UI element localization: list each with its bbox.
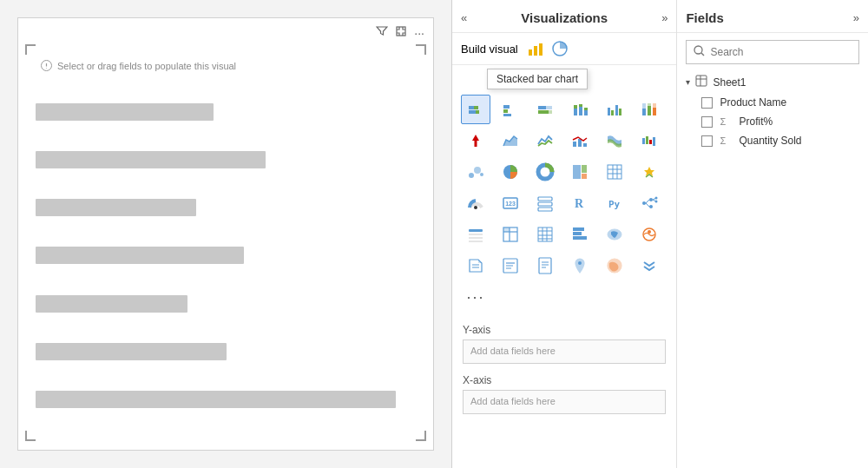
scatter-chart-icon[interactable] <box>461 157 490 187</box>
svg-rect-62 <box>538 208 552 211</box>
svg-point-69 <box>649 205 653 208</box>
sigma-icon-quantity: Σ <box>720 135 732 146</box>
svg-rect-39 <box>646 136 648 144</box>
svg-point-108 <box>694 46 702 54</box>
corner-handle-br <box>416 431 426 441</box>
fields-panel-header: Fields » <box>677 0 868 33</box>
ribbon-chart-icon[interactable] <box>600 126 629 155</box>
search-input[interactable] <box>710 46 852 58</box>
table-row <box>36 387 416 412</box>
svg-rect-49 <box>582 165 587 173</box>
gauge-chart-icon[interactable] <box>461 188 490 218</box>
more-options-icon[interactable]: ··· <box>414 26 424 40</box>
multi-row-card-icon[interactable] <box>530 188 560 218</box>
decomposition-tree-icon[interactable] <box>635 188 664 218</box>
field-item-product-name[interactable]: Product Name <box>677 93 868 112</box>
shape-map-icon[interactable] <box>600 251 629 280</box>
y-axis-section: Y-axis Add data fields here <box>452 317 676 367</box>
y-axis-drop-zone[interactable]: Add data fields here <box>463 339 666 364</box>
svg-line-109 <box>701 53 704 56</box>
svg-rect-38 <box>642 138 645 144</box>
collapse-panel-button[interactable]: « <box>461 11 467 24</box>
python-visual-icon[interactable]: Py <box>600 188 629 218</box>
svg-rect-30 <box>648 106 651 115</box>
build-visual-label: Build visual <box>461 43 518 56</box>
svg-rect-25 <box>615 105 618 115</box>
red-arrow-icon[interactable] <box>461 126 490 155</box>
field-label-product-name: Product Name <box>720 96 786 109</box>
matrix-icon[interactable] <box>600 157 629 187</box>
svg-rect-90 <box>573 227 584 231</box>
line-chart-icon[interactable] <box>530 126 560 155</box>
clustered-column-chart-icon[interactable] <box>600 95 629 124</box>
sigma-icon-profit: Σ <box>720 116 732 127</box>
svg-rect-36 <box>578 139 582 147</box>
clustered-bar-chart-icon[interactable] <box>496 95 525 124</box>
filter-icon[interactable] <box>376 25 388 40</box>
bar-chart-simple-icon[interactable] <box>565 220 595 249</box>
svg-rect-2 <box>529 49 532 56</box>
svg-rect-50 <box>582 174 587 179</box>
area-chart-icon[interactable] <box>496 126 525 155</box>
svg-point-42 <box>469 173 474 178</box>
field-item-profit[interactable]: Σ Profit% <box>677 112 868 131</box>
format-icon[interactable] <box>525 38 546 59</box>
field-checkbox-profit[interactable] <box>701 116 713 128</box>
azure-map-icon[interactable] <box>635 220 664 249</box>
smart-narrative-icon[interactable] <box>461 251 490 280</box>
expand-icon[interactable] <box>395 25 407 40</box>
matrix-viz-icon[interactable] <box>530 220 560 249</box>
viz-panel-header: « Visualizations » <box>452 0 676 33</box>
svg-rect-11 <box>503 109 508 113</box>
chart-toolbar: ··· <box>376 25 424 40</box>
100pct-bar-chart-icon[interactable] <box>530 95 560 124</box>
slicer-icon[interactable] <box>461 220 490 249</box>
svg-rect-82 <box>538 227 552 241</box>
combo-chart-icon[interactable] <box>565 126 595 155</box>
card-icon[interactable]: 123 <box>496 188 525 218</box>
table-node-sheet1[interactable]: ▾ Sheet1 <box>677 71 868 93</box>
expand-panel-button[interactable]: » <box>661 11 667 24</box>
svg-rect-61 <box>538 202 552 206</box>
visualizations-panel: « Visualizations » Build visual S <box>452 0 677 468</box>
r-visual-icon[interactable]: R <box>565 188 595 218</box>
table-row <box>36 292 416 316</box>
map-icon[interactable] <box>565 251 595 280</box>
pie-chart-icon[interactable] <box>496 157 525 187</box>
svg-point-68 <box>649 198 653 201</box>
treemap-icon[interactable] <box>565 157 595 187</box>
field-checkbox-product-name[interactable] <box>701 97 713 109</box>
stacked-bar-chart-icon[interactable] <box>461 95 490 124</box>
chevron-icon[interactable] <box>635 251 664 280</box>
field-item-quantity-sold[interactable]: Σ Quantity Sold <box>677 131 868 150</box>
text-box-icon[interactable] <box>496 251 525 280</box>
svg-rect-9 <box>476 110 479 114</box>
stacked-column-chart-icon[interactable] <box>565 95 595 124</box>
fields-search-box[interactable] <box>686 40 859 64</box>
100pct-column-chart-icon[interactable] <box>635 95 664 124</box>
corner-handle-tl <box>25 44 36 55</box>
field-checkbox-quantity-sold[interactable] <box>701 135 713 147</box>
stacked-bar-tooltip: Stacked bar chart <box>487 69 588 89</box>
filled-map-icon[interactable] <box>600 220 629 249</box>
fields-expand-button[interactable]: » <box>853 11 859 24</box>
paginated-visual-icon[interactable] <box>530 251 560 280</box>
svg-point-65 <box>642 201 646 205</box>
fields-panel: Fields » ▾ Sheet1 Product Name Σ P <box>677 0 868 468</box>
svg-rect-110 <box>696 76 707 86</box>
x-axis-drop-zone[interactable]: Add data fields here <box>463 390 666 414</box>
table-viz-icon[interactable] <box>496 220 525 249</box>
svg-rect-34 <box>475 141 477 147</box>
svg-rect-14 <box>538 106 546 109</box>
waterfall-chart-icon[interactable] <box>635 126 664 155</box>
more-visuals-icon[interactable]: ··· <box>461 282 490 312</box>
x-axis-label: X-axis <box>463 374 666 386</box>
svg-point-57 <box>474 206 477 209</box>
field-label-profit: Profit% <box>739 115 773 128</box>
donut-chart-icon[interactable] <box>530 157 560 187</box>
svg-text:123: 123 <box>505 201 516 207</box>
analytics-icon[interactable] <box>549 38 570 59</box>
table-row <box>36 100 416 124</box>
svg-rect-21 <box>584 110 588 115</box>
kpi-icon[interactable] <box>635 157 664 187</box>
